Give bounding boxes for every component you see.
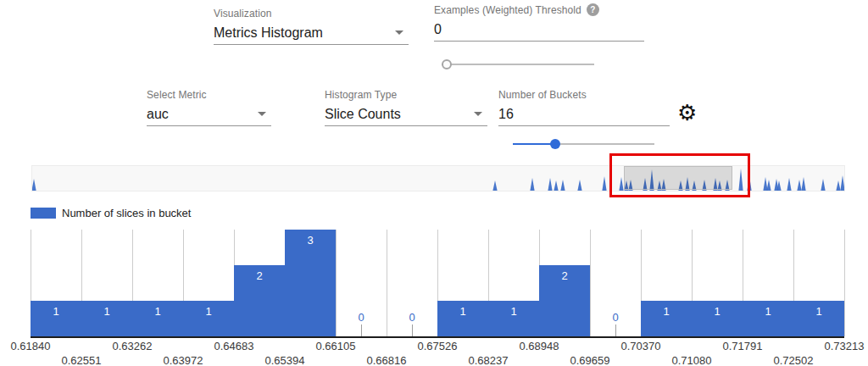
histogram-plot: 1111230011201111 xyxy=(31,230,844,336)
slider-thumb[interactable] xyxy=(550,139,560,149)
sparkline-spike xyxy=(548,178,552,191)
x-tick-label: 0.68948 xyxy=(509,340,569,352)
chevron-down-icon[interactable] xyxy=(258,112,266,116)
x-tick-label: 0.64683 xyxy=(204,340,264,352)
select-metric-dropdown[interactable]: Select Metric auc xyxy=(147,88,271,126)
bar-count-label: 1 xyxy=(743,305,793,318)
examples-threshold-value[interactable]: 0 xyxy=(434,22,442,37)
x-tick-label: 0.63972 xyxy=(153,354,213,366)
x-tick-label: 0.65394 xyxy=(255,354,314,366)
sparkline-spike xyxy=(840,175,844,191)
x-tick-label: 0.61840 xyxy=(1,340,60,352)
x-tick-label: 0.72502 xyxy=(764,354,823,366)
bar-count-label: 2 xyxy=(234,269,285,282)
x-tick-label: 0.62551 xyxy=(52,354,111,366)
zero-count-label: 0 xyxy=(387,311,437,324)
num-buckets-label: Number of Buckets xyxy=(498,88,670,101)
visualization-value: Metrics Histogram xyxy=(214,25,323,41)
metrics-histogram-page: { "colors": { "bar_blue": "#3a6bc8", "ac… xyxy=(0,0,868,366)
sparkline-spike xyxy=(797,180,801,191)
settings-gear-icon[interactable]: ⚙ xyxy=(677,102,697,124)
zero-count-label: 0 xyxy=(590,311,641,324)
histogram-type-label: Histogram Type xyxy=(325,88,487,101)
zero-count-stem xyxy=(615,324,616,336)
legend-label: Number of slices in bucket xyxy=(62,207,191,219)
bar-count-label: 1 xyxy=(183,305,234,318)
sparkline-spike xyxy=(801,177,805,191)
sparkline-spike xyxy=(560,180,565,191)
bar-count-label: 1 xyxy=(793,305,844,318)
slider-fill xyxy=(513,143,555,145)
x-tick-label: 0.73213 xyxy=(815,340,868,352)
select-metric-value: auc xyxy=(147,107,169,122)
x-tick-label: 0.63262 xyxy=(103,340,162,352)
selection-highlight-red-box xyxy=(609,153,750,197)
sparkline-spike xyxy=(766,180,771,191)
bar-count-label: 1 xyxy=(437,305,488,318)
slider-track[interactable] xyxy=(442,64,594,65)
histogram-type-dropdown[interactable]: Histogram Type Slice Counts xyxy=(325,88,487,126)
bar-count-label: 1 xyxy=(132,305,183,318)
zero-count-stem xyxy=(412,324,413,336)
sparkline-spike xyxy=(554,180,558,191)
sparkline-spike xyxy=(821,179,825,191)
x-axis-tick-labels: 0.618400.625510.632620.639720.646830.653… xyxy=(31,340,868,366)
zero-count-stem xyxy=(361,324,362,336)
gridline xyxy=(844,230,845,336)
x-tick-label: 0.66816 xyxy=(357,354,416,366)
x-axis-line xyxy=(31,336,844,338)
zero-count-label: 0 xyxy=(336,311,387,324)
sparkline-spike xyxy=(787,178,791,191)
num-buckets-slider[interactable] xyxy=(513,138,654,150)
sparkline-spike xyxy=(577,180,581,191)
x-tick-label: 0.66105 xyxy=(306,340,365,352)
sparkline-spike xyxy=(492,180,497,191)
visualization-label: Visualization xyxy=(214,7,409,19)
bar-count-label: 1 xyxy=(81,305,132,318)
x-tick-label: 0.69659 xyxy=(560,354,620,366)
bar-count-label: 2 xyxy=(539,269,590,282)
chart-legend: Number of slices in bucket xyxy=(31,207,191,219)
bar-count-label: 1 xyxy=(641,305,692,318)
x-tick-label: 0.70370 xyxy=(611,340,670,352)
chevron-down-icon[interactable] xyxy=(474,112,482,116)
bar-count-label: 3 xyxy=(285,234,336,247)
select-metric-label: Select Metric xyxy=(147,88,271,101)
chevron-down-icon[interactable] xyxy=(395,30,403,35)
sparkline-spike xyxy=(836,180,840,191)
sparkline-spike xyxy=(602,176,606,191)
bar-count-label: 1 xyxy=(692,305,743,318)
sparkline-spike xyxy=(530,178,534,191)
examples-threshold-field[interactable]: Examples (Weighted) Threshold ? 0 xyxy=(434,3,644,42)
help-icon[interactable]: ? xyxy=(587,3,599,16)
examples-threshold-slider[interactable] xyxy=(442,58,594,70)
legend-swatch xyxy=(31,208,56,219)
examples-threshold-label: Examples (Weighted) Threshold xyxy=(434,4,581,16)
sparkline-spike xyxy=(763,177,767,191)
x-tick-label: 0.71080 xyxy=(662,354,721,366)
histogram-type-value: Slice Counts xyxy=(325,107,401,122)
x-tick-label: 0.71791 xyxy=(713,340,772,352)
visualization-dropdown[interactable]: Visualization Metrics Histogram xyxy=(214,7,409,45)
num-buckets-field[interactable]: Number of Buckets 16 xyxy=(498,88,670,126)
slider-thumb[interactable] xyxy=(442,59,452,69)
sparkline-spike xyxy=(32,179,36,191)
x-tick-label: 0.68237 xyxy=(459,354,518,366)
bar-count-label: 1 xyxy=(488,305,539,318)
num-buckets-value[interactable]: 16 xyxy=(498,107,514,122)
x-tick-label: 0.67526 xyxy=(408,340,467,352)
bar-count-label: 1 xyxy=(31,305,81,318)
